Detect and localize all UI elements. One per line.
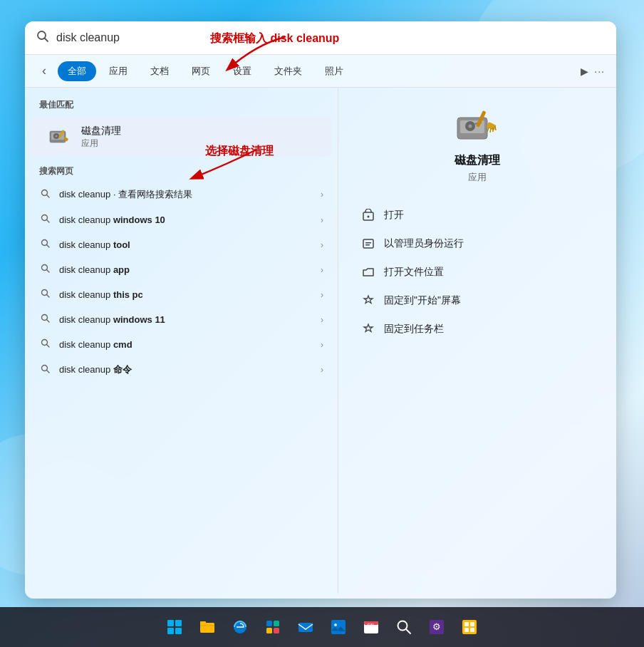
web-search-text-3: disk cleanup tool — [59, 239, 313, 250]
file-explorer-button[interactable] — [193, 613, 222, 641]
web-search-item-5[interactable]: disk cleanup this pc › — [25, 282, 338, 307]
web-search-item-2[interactable]: disk cleanup windows 10 › — [25, 207, 338, 232]
action-open-file-location[interactable]: 打开文件位置 — [355, 258, 599, 286]
svg-rect-45 — [175, 628, 182, 634]
web-search-arrow-6: › — [321, 315, 323, 325]
main-content: 最佳匹配 磁盘清理 应用 — [25, 88, 616, 594]
web-search-icon-8 — [39, 364, 52, 376]
svg-rect-37 — [363, 239, 373, 248]
best-match-app-type: 应用 — [81, 138, 318, 150]
taskbar: CAL ⚙ — [0, 607, 644, 647]
svg-rect-54 — [298, 623, 313, 632]
svg-line-15 — [47, 270, 50, 273]
web-search-icon-7 — [39, 338, 52, 351]
svg-line-23 — [47, 370, 50, 373]
tab-more-controls: ▶ ··· — [581, 66, 605, 77]
web-search-icon-1 — [39, 189, 52, 201]
svg-rect-38 — [365, 242, 371, 244]
svg-line-61 — [406, 629, 410, 633]
web-search-arrow-1: › — [321, 190, 323, 200]
web-search-item-1[interactable]: disk cleanup · 查看网络搜索结果 › — [25, 182, 338, 207]
svg-line-17 — [47, 295, 50, 298]
mail-button[interactable] — [291, 613, 320, 641]
svg-rect-51 — [274, 621, 279, 626]
settings-button[interactable]: ⚙ — [422, 613, 451, 641]
search-taskbar-button[interactable] — [390, 613, 418, 641]
web-search-icon-5 — [39, 289, 52, 301]
tab-more-button[interactable]: ··· — [594, 66, 605, 77]
svg-line-32 — [490, 128, 491, 133]
action-pin-taskbar-label: 固定到任务栏 — [384, 323, 444, 336]
svg-rect-64 — [462, 620, 477, 634]
web-search-item-8[interactable]: disk cleanup 命令 › — [25, 357, 338, 383]
left-panel: 最佳匹配 磁盘清理 应用 — [25, 88, 338, 594]
svg-rect-48 — [200, 623, 214, 633]
svg-rect-66 — [470, 622, 474, 626]
web-search-arrow-2: › — [321, 215, 323, 225]
svg-rect-50 — [266, 621, 272, 626]
action-pin-start[interactable]: 固定到"开始"屏幕 — [355, 286, 599, 315]
action-open-label: 打开 — [384, 209, 404, 222]
pin-start-icon — [361, 294, 375, 308]
app-large-type: 应用 — [468, 171, 487, 184]
web-search-arrow-7: › — [321, 340, 323, 350]
best-match-item[interactable]: 磁盘清理 应用 — [31, 117, 332, 157]
tab-all[interactable]: 全部 — [58, 61, 96, 81]
web-search-text-8: disk cleanup 命令 — [59, 363, 313, 376]
folder-icon — [361, 265, 375, 279]
search-icon — [36, 30, 49, 46]
web-search-arrow-3: › — [321, 240, 323, 250]
web-search-text-7: disk cleanup cmd — [59, 339, 313, 350]
action-open[interactable]: 打开 — [355, 201, 599, 229]
tab-photos[interactable]: 照片 — [315, 61, 353, 81]
action-pin-taskbar[interactable]: 固定到任务栏 — [355, 315, 599, 343]
tab-settings[interactable]: 设置 — [223, 61, 261, 81]
svg-line-1 — [45, 38, 48, 42]
web-search-arrow-4: › — [321, 265, 323, 275]
windows-start-button[interactable] — [160, 613, 189, 641]
calendar-button[interactable]: CAL — [357, 613, 385, 641]
svg-point-27 — [469, 125, 472, 128]
web-search-item-4[interactable]: disk cleanup app › — [25, 257, 338, 282]
tab-back-button[interactable]: ‹ — [36, 61, 52, 81]
open-icon — [361, 208, 375, 222]
web-search-text-6: disk cleanup windows 11 — [59, 314, 313, 325]
store-button[interactable] — [259, 613, 287, 641]
web-search-arrow-5: › — [321, 290, 323, 300]
svg-line-21 — [47, 345, 50, 348]
search-bar — [25, 21, 616, 55]
web-search-text-5: disk cleanup this pc — [59, 289, 313, 300]
search-window: ‹ 全部 应用 文档 网页 设置 文件夹 照片 ▶ ··· 最佳匹配 — [25, 21, 616, 599]
action-admin-label: 以管理员身份运行 — [384, 237, 464, 250]
web-search-text-4: disk cleanup app — [59, 264, 313, 275]
web-search-icon-4 — [39, 264, 52, 276]
tab-apps[interactable]: 应用 — [99, 61, 137, 81]
web-search-title: 搜索网页 — [25, 157, 338, 182]
tab-folders[interactable]: 文件夹 — [264, 61, 312, 81]
disk-cleanup-icon-large — [452, 102, 503, 153]
action-file-location-label: 打开文件位置 — [384, 266, 444, 279]
web-search-item-3[interactable]: disk cleanup tool › — [25, 232, 338, 257]
web-search-icon-6 — [39, 314, 52, 326]
right-panel: 磁盘清理 应用 打开 — [338, 88, 616, 594]
svg-rect-67 — [464, 628, 469, 632]
web-search-icon-3 — [39, 239, 52, 251]
best-match-title: 最佳匹配 — [25, 99, 338, 117]
svg-rect-52 — [266, 628, 272, 633]
svg-point-5 — [56, 135, 58, 138]
svg-point-56 — [334, 623, 337, 626]
tab-docs[interactable]: 文档 — [140, 61, 179, 81]
web-search-item-7[interactable]: disk cleanup cmd › — [25, 332, 338, 357]
svg-rect-53 — [274, 628, 279, 633]
svg-text:⚙: ⚙ — [432, 621, 441, 632]
svg-rect-43 — [175, 620, 182, 626]
edge-browser-button[interactable] — [226, 613, 254, 641]
tab-web[interactable]: 网页 — [182, 61, 220, 81]
pin-taskbar-icon — [361, 322, 375, 336]
search-input[interactable] — [56, 31, 605, 44]
tab-play-button[interactable]: ▶ — [581, 66, 588, 77]
photos-button[interactable] — [324, 613, 353, 641]
gallery-button[interactable] — [455, 613, 484, 641]
action-run-as-admin[interactable]: 以管理员身份运行 — [355, 229, 599, 258]
web-search-item-6[interactable]: disk cleanup windows 11 › — [25, 307, 338, 332]
